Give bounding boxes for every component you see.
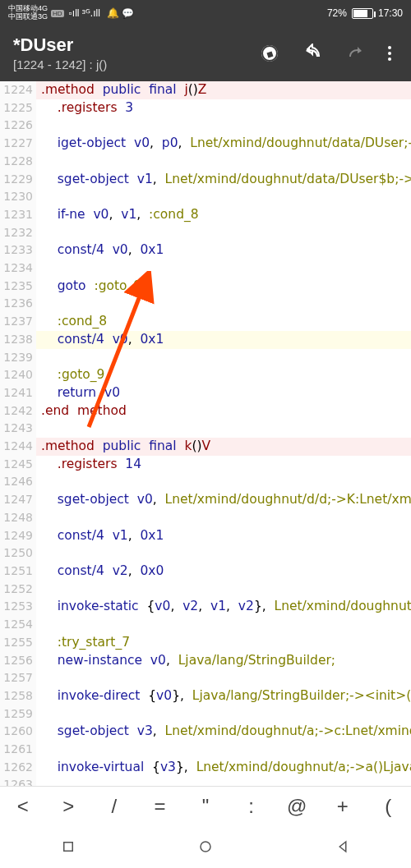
code-line[interactable]: 1250 — [0, 544, 411, 563]
code-line[interactable]: 1254 — [0, 616, 411, 634]
line-number: 1254 — [0, 616, 36, 634]
code-content[interactable]: if-ne v0, v1, :cond_8 — [36, 206, 411, 224]
code-line[interactable]: 1234 — [0, 259, 411, 278]
code-content[interactable]: return v0 — [36, 384, 411, 402]
code-line[interactable]: 1238 const/4 v0, 0x1 — [0, 331, 411, 349]
code-content[interactable]: const/4 v1, 0x1 — [36, 527, 411, 545]
code-line[interactable]: 1228 — [0, 153, 411, 171]
code-content[interactable]: :try_start_7 — [36, 634, 411, 652]
code-line[interactable]: 1237 :cond_8 — [0, 313, 411, 331]
code-content[interactable] — [36, 153, 411, 171]
code-content[interactable]: sget-object v0, Lnet/xmind/doughnut/d/d;… — [36, 491, 411, 509]
symbol-key[interactable]: ( — [366, 795, 412, 818]
code-line[interactable]: 1232 — [0, 224, 411, 242]
code-line[interactable]: 1243 — [0, 420, 411, 438]
code-content[interactable] — [36, 509, 411, 527]
code-line[interactable]: 1240 :goto_9 — [0, 366, 411, 384]
code-content[interactable] — [36, 420, 411, 438]
line-number: 1230 — [0, 188, 36, 206]
code-line[interactable]: 1256 new-instance v0, Ljava/lang/StringB… — [0, 652, 411, 670]
line-number: 1244 — [0, 438, 36, 456]
compass-icon[interactable] — [260, 44, 279, 63]
code-content[interactable] — [36, 117, 411, 135]
code-content[interactable]: invoke-virtual {v3}, Lnet/xmind/doughnut… — [36, 759, 411, 777]
code-line[interactable]: 1239 — [0, 349, 411, 367]
code-content[interactable]: new-instance v0, Ljava/lang/StringBuilde… — [36, 652, 411, 670]
code-content[interactable] — [36, 295, 411, 313]
code-content[interactable]: const/4 v2, 0x0 — [36, 563, 411, 581]
symbol-key[interactable]: + — [320, 795, 366, 818]
code-content[interactable]: sget-object v1, Lnet/xmind/doughnut/data… — [36, 171, 411, 189]
code-content[interactable]: invoke-static {v0, v2, v1, v2}, Lnet/xmi… — [36, 598, 411, 616]
code-line[interactable]: 1241 return v0 — [0, 384, 411, 402]
code-line[interactable]: 1259 — [0, 705, 411, 723]
code-line[interactable]: 1251 const/4 v2, 0x0 — [0, 563, 411, 581]
nav-back-icon[interactable] — [335, 839, 350, 854]
nav-recent-icon[interactable] — [61, 839, 76, 854]
code-line[interactable]: 1229 sget-object v1, Lnet/xmind/doughnut… — [0, 171, 411, 189]
code-content[interactable] — [36, 705, 411, 723]
code-content[interactable] — [36, 669, 411, 687]
code-editor[interactable]: 1224.method public final j()Z1225 .regis… — [0, 81, 411, 788]
code-content[interactable] — [36, 349, 411, 367]
code-line[interactable]: 1227 iget-object v0, p0, Lnet/xmind/doug… — [0, 135, 411, 153]
code-line[interactable]: 1226 — [0, 117, 411, 135]
code-content[interactable] — [36, 259, 411, 278]
code-content[interactable]: :goto_9 — [36, 366, 411, 384]
code-content[interactable]: .registers 14 — [36, 456, 411, 474]
redo-icon[interactable] — [345, 44, 365, 63]
code-content[interactable]: const/4 v0, 0x1 — [36, 331, 411, 349]
symbol-key[interactable]: > — [46, 795, 92, 818]
code-line[interactable]: 1249 const/4 v1, 0x1 — [0, 527, 411, 545]
code-content[interactable] — [36, 473, 411, 491]
symbol-key[interactable]: " — [182, 795, 229, 818]
code-content[interactable]: const/4 v0, 0x1 — [36, 241, 411, 259]
code-content[interactable]: sget-object v3, Lnet/xmind/doughnut/a;->… — [36, 723, 411, 741]
code-content[interactable] — [36, 188, 411, 206]
code-content[interactable]: .end method — [36, 402, 411, 420]
symbol-key[interactable]: : — [229, 795, 275, 818]
code-content[interactable]: iget-object v0, p0, Lnet/xmind/doughnut/… — [36, 135, 411, 153]
code-line[interactable]: 1255 :try_start_7 — [0, 634, 411, 652]
code-line[interactable]: 1225 .registers 3 — [0, 99, 411, 117]
code-line[interactable]: 1261 — [0, 741, 411, 759]
code-content[interactable] — [36, 741, 411, 759]
code-line[interactable]: 1224.method public final j()Z — [0, 81, 411, 99]
code-line[interactable]: 1235 goto :goto_9 — [0, 278, 411, 296]
symbol-key[interactable]: < — [0, 795, 46, 818]
code-line[interactable]: 1257 — [0, 669, 411, 687]
code-line[interactable]: 1244.method public final k()V — [0, 438, 411, 456]
code-content[interactable] — [36, 616, 411, 634]
code-line[interactable]: 1246 — [0, 473, 411, 491]
code-content[interactable]: .registers 3 — [36, 99, 411, 117]
code-line[interactable]: 1242.end method — [0, 402, 411, 420]
code-content[interactable] — [36, 581, 411, 599]
code-content[interactable]: :cond_8 — [36, 313, 411, 331]
code-content[interactable]: goto :goto_9 — [36, 278, 411, 296]
code-line[interactable]: 1258 invoke-direct {v0}, Ljava/lang/Stri… — [0, 687, 411, 705]
code-line[interactable]: 1248 — [0, 509, 411, 527]
menu-dots-icon[interactable] — [388, 46, 391, 61]
code-line[interactable]: 1260 sget-object v3, Lnet/xmind/doughnut… — [0, 723, 411, 741]
undo-icon[interactable] — [302, 44, 322, 63]
svg-rect-3 — [64, 843, 73, 852]
code-content[interactable]: .method public final k()V — [36, 438, 411, 456]
code-line[interactable]: 1245 .registers 14 — [0, 456, 411, 474]
code-line[interactable]: 1253 invoke-static {v0, v2, v1, v2}, Lne… — [0, 598, 411, 616]
code-content[interactable] — [36, 224, 411, 242]
symbol-key[interactable]: / — [91, 795, 137, 818]
line-number: 1247 — [0, 491, 36, 509]
code-line[interactable]: 1262 invoke-virtual {v3}, Lnet/xmind/dou… — [0, 759, 411, 777]
code-line[interactable]: 1230 — [0, 188, 411, 206]
code-content[interactable]: .method public final j()Z — [36, 81, 411, 99]
code-line[interactable]: 1252 — [0, 581, 411, 599]
code-content[interactable]: invoke-direct {v0}, Ljava/lang/StringBui… — [36, 687, 411, 705]
code-line[interactable]: 1236 — [0, 295, 411, 313]
code-line[interactable]: 1247 sget-object v0, Lnet/xmind/doughnut… — [0, 491, 411, 509]
symbol-key[interactable]: @ — [274, 795, 320, 818]
code-content[interactable] — [36, 544, 411, 563]
code-line[interactable]: 1233 const/4 v0, 0x1 — [0, 241, 411, 259]
code-line[interactable]: 1231 if-ne v0, v1, :cond_8 — [0, 206, 411, 224]
symbol-key[interactable]: = — [137, 795, 183, 818]
nav-home-icon[interactable] — [198, 839, 213, 854]
